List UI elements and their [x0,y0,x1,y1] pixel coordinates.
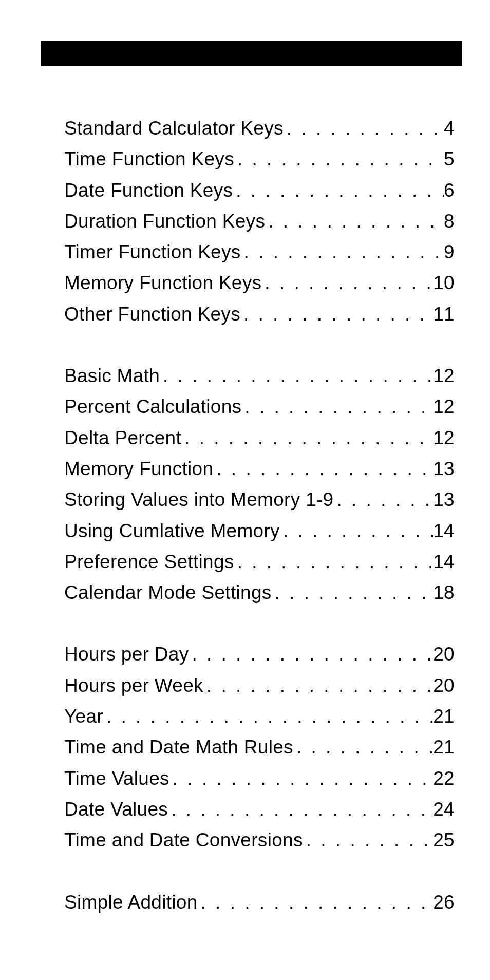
toc-leader-dots: . . . . . . . . . . . . . . . . . . . . … [203,670,433,701]
toc-entry-title: Simple Addition [64,887,198,918]
toc-entry-title: Time and Date Math Rules [64,732,293,763]
toc-entry-title: Basic Math [64,361,160,391]
toc-entry-title: Time and Date Conversions [64,825,303,856]
toc-entry: Duration Function Keys . . . . . . . . .… [64,206,455,237]
toc-entry-page: 8 [444,206,455,237]
toc-entry: Memory Function . . . . . . . . . . . . … [64,454,455,484]
toc-entry-page: 24 [433,794,455,825]
section-gap [64,856,455,887]
toc-entry: Calendar Mode Settings . . . . . . . . .… [64,577,455,608]
toc-leader-dots: . . . . . . . . . . . . . . . . . . . . … [334,484,434,515]
toc-entry: Basic Math . . . . . . . . . . . . . . .… [64,361,455,391]
toc-entry-title: Time Function Keys [64,144,234,175]
toc-entry-title: Memory Function [64,454,213,484]
toc-entry: Timer Function Keys . . . . . . . . . . … [64,237,455,268]
toc-entry: Date Values . . . . . . . . . . . . . . … [64,794,455,825]
toc-entry-title: Hours per Day [64,639,189,670]
toc-leader-dots: . . . . . . . . . . . . . . . . . . . . … [103,701,433,732]
toc-entry: Standard Calculator Keys . . . . . . . .… [64,113,455,144]
header-bar [41,41,462,66]
toc-entry-title: Timer Function Keys [64,237,241,268]
toc-entry-page: 12 [433,423,455,454]
toc-leader-dots: . . . . . . . . . . . . . . . . . . . . … [240,299,433,330]
toc-entry-title: Year [64,701,103,732]
toc-entry-title: Percent Calculations [64,391,241,422]
toc-entry-page: 4 [444,113,455,144]
toc-entry: Time Function Keys . . . . . . . . . . .… [64,144,455,175]
toc-entry-title: Calendar Mode Settings [64,577,272,608]
toc-entry-page: 22 [433,763,455,794]
toc-leader-dots: . . . . . . . . . . . . . . . . . . . . … [241,237,444,268]
table-of-contents: Standard Calculator Keys . . . . . . . .… [64,113,455,918]
toc-entry-title: Storing Values into Memory 1-9 [64,484,334,515]
toc-entry-title: Date Values [64,794,168,825]
toc-entry-page: 11 [433,299,455,330]
toc-entry: Preference Settings . . . . . . . . . . … [64,546,455,577]
toc-entry-page: 26 [433,887,455,918]
toc-entry-page: 9 [444,237,455,268]
section-gap [64,608,455,639]
toc-entry-title: Using Cumlative Memory [64,516,280,546]
toc-entry-page: 21 [433,701,455,732]
toc-entry: Storing Values into Memory 1-9 . . . . .… [64,484,455,515]
toc-entry-title: Memory Function Keys [64,268,261,298]
toc-leader-dots: . . . . . . . . . . . . . . . . . . . . … [284,113,444,144]
toc-entry-page: 20 [433,639,455,670]
toc-entry-page: 6 [444,175,455,206]
toc-leader-dots: . . . . . . . . . . . . . . . . . . . . … [241,391,433,422]
toc-entry-page: 12 [433,361,455,391]
toc-leader-dots: . . . . . . . . . . . . . . . . . . . . … [233,175,444,206]
toc-entry-title: Preference Settings [64,546,234,577]
toc-entry-page: 25 [433,825,455,856]
toc-leader-dots: . . . . . . . . . . . . . . . . . . . . … [272,577,434,608]
toc-leader-dots: . . . . . . . . . . . . . . . . . . . . … [169,763,433,794]
toc-entry: Memory Function Keys . . . . . . . . . .… [64,268,455,298]
toc-entry: Using Cumlative Memory . . . . . . . . .… [64,516,455,546]
toc-entry-page: 14 [433,516,455,546]
document-page: Standard Calculator Keys . . . . . . . .… [0,0,490,980]
toc-entry: Percent Calculations . . . . . . . . . .… [64,391,455,422]
toc-entry: Time and Date Math Rules . . . . . . . .… [64,732,455,763]
toc-entry: Simple Addition . . . . . . . . . . . . … [64,887,455,918]
toc-entry-page: 21 [433,732,455,763]
toc-leader-dots: . . . . . . . . . . . . . . . . . . . . … [213,454,433,484]
toc-entry-page: 12 [433,391,455,422]
toc-leader-dots: . . . . . . . . . . . . . . . . . . . . … [303,825,434,856]
toc-entry-title: Duration Function Keys [64,206,265,237]
toc-entry: Year . . . . . . . . . . . . . . . . . .… [64,701,455,732]
toc-leader-dots: . . . . . . . . . . . . . . . . . . . . … [261,268,433,298]
toc-entry: Hours per Week . . . . . . . . . . . . .… [64,670,455,701]
toc-entry-title: Time Values [64,763,169,794]
toc-entry: Other Function Keys . . . . . . . . . . … [64,299,455,330]
toc-leader-dots: . . . . . . . . . . . . . . . . . . . . … [160,361,433,391]
toc-entry-title: Hours per Week [64,670,203,701]
toc-entry: Time Values . . . . . . . . . . . . . . … [64,763,455,794]
toc-leader-dots: . . . . . . . . . . . . . . . . . . . . … [189,639,433,670]
toc-leader-dots: . . . . . . . . . . . . . . . . . . . . … [198,887,434,918]
toc-entry: Date Function Keys . . . . . . . . . . .… [64,175,455,206]
section-gap [64,330,455,361]
toc-leader-dots: . . . . . . . . . . . . . . . . . . . . … [293,732,433,763]
toc-entry-page: 18 [433,577,455,608]
toc-leader-dots: . . . . . . . . . . . . . . . . . . . . … [234,546,434,577]
toc-entry: Delta Percent . . . . . . . . . . . . . … [64,423,455,454]
toc-entry: Hours per Day . . . . . . . . . . . . . … [64,639,455,670]
toc-entry-title: Date Function Keys [64,175,233,206]
toc-leader-dots: . . . . . . . . . . . . . . . . . . . . … [280,516,433,546]
toc-leader-dots: . . . . . . . . . . . . . . . . . . . . … [168,794,433,825]
toc-entry-page: 20 [433,670,455,701]
toc-entry-title: Standard Calculator Keys [64,113,284,144]
toc-leader-dots: . . . . . . . . . . . . . . . . . . . . … [234,144,444,175]
toc-leader-dots: . . . . . . . . . . . . . . . . . . . . … [265,206,444,237]
toc-entry-page: 10 [433,268,455,298]
toc-entry-page: 13 [433,484,455,515]
toc-leader-dots: . . . . . . . . . . . . . . . . . . . . … [181,423,433,454]
toc-entry-title: Other Function Keys [64,299,240,330]
toc-entry-page: 5 [444,144,455,175]
toc-entry-page: 14 [433,546,455,577]
toc-entry: Time and Date Conversions . . . . . . . … [64,825,455,856]
toc-entry-title: Delta Percent [64,423,181,454]
toc-entry-page: 13 [433,454,455,484]
